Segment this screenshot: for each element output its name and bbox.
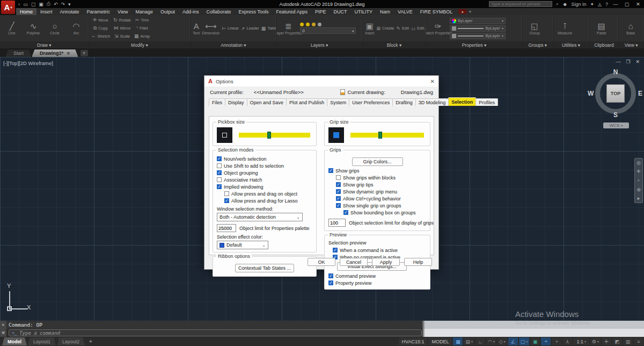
help-button[interactable]: Help — [404, 258, 432, 266]
tool-insert[interactable]: ▣Insert — [365, 21, 375, 35]
search-icon[interactable]: ⌕ — [556, 1, 559, 7]
navigation-wheel-icon[interactable]: ◎ — [636, 160, 641, 165]
command-input[interactable]: >_ Type a command — [9, 329, 422, 336]
isolate-objects-toggle[interactable]: ◩ — [612, 337, 622, 345]
tool-linear[interactable]: ⊢Linear — [222, 24, 239, 32]
redo-icon[interactable]: ↷ — [61, 2, 65, 7]
apply-button[interactable]: Apply — [372, 258, 400, 266]
tool-match-properties[interactable]: ✑Match Properties — [428, 21, 448, 35]
ribbon-tab-utility[interactable]: UTILITY — [350, 8, 376, 15]
minimize-button[interactable]: — — [612, 2, 619, 7]
ribbon-tab-annotate[interactable]: Annotate — [56, 8, 83, 15]
new-layout-button[interactable]: + — [89, 338, 92, 344]
wcs-dropdown[interactable]: WCS ▾ — [603, 122, 629, 128]
layer-color-icon[interactable] — [318, 23, 321, 26]
customize-quick-access-icon[interactable]: ▾ — [68, 2, 71, 7]
cancel-button[interactable]: Cancel — [340, 258, 368, 266]
tool-arc[interactable]: ◠Arc — [67, 21, 86, 35]
options-tab-system[interactable]: System — [327, 98, 349, 106]
viewport-controls[interactable]: [-][Top][2D Wireframe] — [3, 60, 53, 66]
annotation-scale[interactable]: 1:1▾ — [573, 337, 589, 345]
panel-label-block[interactable]: Block ▾ — [363, 41, 426, 48]
tool-group[interactable]: ◱Group — [525, 21, 544, 35]
options-dialog-titlebar[interactable]: A Options ✕ — [204, 76, 438, 86]
checkbox-object-grouping[interactable]: ✓ — [217, 170, 222, 175]
drawing-minimize-button[interactable]: — — [616, 59, 620, 64]
model-space-toggle[interactable]: MODEL — [428, 337, 452, 345]
tool-create[interactable]: ⊞Create — [376, 24, 394, 32]
transparency-toggle[interactable]: ▣ — [530, 337, 540, 345]
checkbox-show-dynamic-grip-menu[interactable]: ✓ — [336, 189, 341, 194]
panel-label-clipboard[interactable]: Clipboard — [590, 41, 619, 48]
checkbox-show-single-grip-on-groups[interactable]: ✓ — [336, 203, 341, 208]
ribbon-tab-parametric[interactable]: Parametric — [83, 8, 114, 15]
options-tab-drafting[interactable]: Drafting — [392, 98, 416, 106]
layer-lock-icon[interactable] — [312, 23, 316, 26]
ribbon-tab-duct[interactable]: DUCT — [330, 8, 350, 15]
tool-fillet[interactable]: ◝Fillet — [134, 24, 150, 32]
layout-tab-layout2[interactable]: Layout2 — [57, 337, 85, 345]
tool-line[interactable]: ╱Line — [2, 21, 21, 35]
property-dropdown-1[interactable]: ByLayer▾ — [450, 25, 506, 32]
tool-paste[interactable]: ▤Paste — [592, 21, 611, 35]
checkbox-allow-ctrl-cycling-behavior[interactable]: ✓ — [336, 196, 341, 201]
checkbox-command-preview[interactable]: ✓ — [328, 273, 333, 278]
tool-edit[interactable]: ✎Edit — [397, 24, 409, 32]
close-icon[interactable]: ✕ — [2, 323, 5, 327]
tool-leader[interactable]: ↗Leader — [241, 24, 259, 32]
layer-on-icon[interactable] — [300, 23, 304, 26]
checkbox-property-preview[interactable]: ✓ — [328, 280, 333, 285]
dynamic-input-toggle[interactable]: + — [552, 337, 561, 345]
options-tab-selection[interactable]: Selection — [448, 97, 476, 106]
ribbon-tab-featured-apps[interactable]: Featured Apps — [272, 8, 311, 15]
maximize-button[interactable]: ▢ — [623, 2, 631, 7]
selection-cycling-toggle[interactable]: ⌖ — [541, 337, 551, 345]
orbit-icon[interactable]: ⊚ — [636, 187, 641, 192]
undo-icon[interactable]: ↶ — [54, 2, 58, 7]
zoom-icon[interactable]: ⌕ — [637, 177, 640, 183]
screencast-icon[interactable]: ▸ — [458, 9, 467, 14]
checkbox-show-grips[interactable]: ✓ — [328, 168, 333, 173]
layout-tab-model[interactable]: Model — [2, 337, 27, 345]
grip-slider-thumb[interactable] — [378, 132, 382, 139]
tool-array[interactable]: ▦Array — [134, 32, 150, 40]
panel-label-utilities[interactable]: Utilities ▾ — [553, 41, 589, 48]
isometric-drafting-toggle[interactable]: ◇▾ — [497, 337, 507, 345]
drawing-close-button[interactable]: ✕ — [635, 59, 640, 64]
checkbox-show-grips-within-blocks[interactable] — [336, 175, 341, 180]
options-tab-open-and-save[interactable]: Open and Save — [247, 98, 287, 106]
tool-edit-attributes[interactable]: ⚏Edit Attributes — [411, 24, 426, 32]
object-snap-toggle[interactable]: ▢▾ — [519, 337, 530, 345]
ribbon-options-chevron-icon[interactable]: ▾ — [469, 10, 471, 14]
view-cube-top-face[interactable]: TOP — [606, 84, 625, 103]
ribbon-tab-collaborate[interactable]: Collaborate — [203, 8, 235, 15]
layer-dropdown[interactable]: 0▾ — [300, 27, 356, 34]
object-limit-input[interactable] — [217, 224, 236, 232]
grip-display-limit-input[interactable] — [328, 219, 346, 227]
polar-tracking-toggle[interactable]: ◠▾ — [486, 337, 496, 345]
options-tab-display[interactable]: Display — [225, 98, 247, 106]
dialog-close-icon[interactable]: ✕ — [430, 78, 435, 84]
view-cube-south[interactable]: S — [613, 111, 618, 119]
tool-stretch[interactable]: ⇔Stretch — [91, 32, 111, 40]
new-drawing-tab-button[interactable]: + — [80, 50, 88, 56]
view-cube[interactable]: N S W E TOP — [595, 73, 636, 114]
ribbon-tab-express-tools[interactable]: Express Tools — [235, 8, 273, 15]
checkbox-implied-windowing[interactable]: ✓ — [217, 184, 222, 189]
autodesk-360-icon[interactable]: ◬ — [598, 2, 602, 7]
ribbon-tab-view[interactable]: View — [114, 8, 131, 15]
ribbon-tab-insert[interactable]: Insert — [36, 8, 56, 15]
ribbon-tab-pipe[interactable]: PIPE — [311, 8, 330, 15]
checkbox-use-shift-to-add-to-selection[interactable] — [217, 163, 222, 168]
grip-colors-button[interactable]: Grip Colors... — [352, 157, 403, 166]
panel-label-view[interactable]: View ▾ — [619, 41, 643, 48]
checkbox-when-a-command-is-active[interactable]: ✓ — [333, 248, 338, 253]
ribbon-tab-output[interactable]: Output — [157, 8, 179, 15]
options-tab-profiles[interactable]: Profiles — [475, 98, 498, 106]
customization-toggle[interactable]: ≡ — [634, 337, 643, 345]
ribbon-tab-valve[interactable]: VALVE — [394, 8, 416, 15]
close-button[interactable]: ✕ — [634, 2, 642, 7]
close-icon[interactable]: ✕ — [67, 51, 70, 56]
object-snap-tracking-toggle[interactable]: ∠ — [508, 337, 518, 345]
ribbon-tab-nam[interactable]: Nam — [376, 8, 394, 15]
